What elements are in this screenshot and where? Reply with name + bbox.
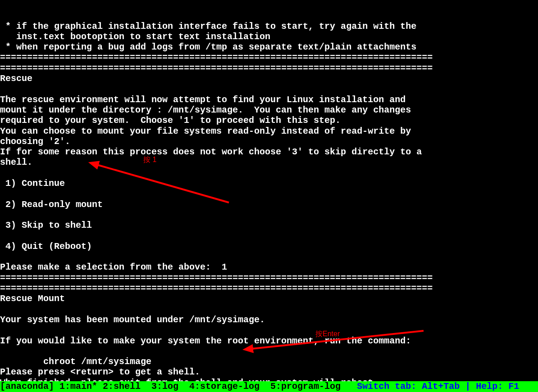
annotation-press-1: 按 1: [143, 154, 156, 165]
status-bar-right: Switch tab: Alt+Tab | Help: F1: [351, 381, 524, 392]
terminal-output: * if the graphical installation interfac…: [0, 21, 538, 392]
annotation-press-enter: 按Enter: [315, 329, 340, 339]
status-bar-left: [anaconda] 1:main* 2:shell 3:log 4:stora…: [0, 381, 351, 392]
terminal-screen[interactable]: * if the graphical installation interfac…: [0, 0, 538, 392]
status-bar: [anaconda] 1:main* 2:shell 3:log 4:stora…: [0, 381, 538, 392]
